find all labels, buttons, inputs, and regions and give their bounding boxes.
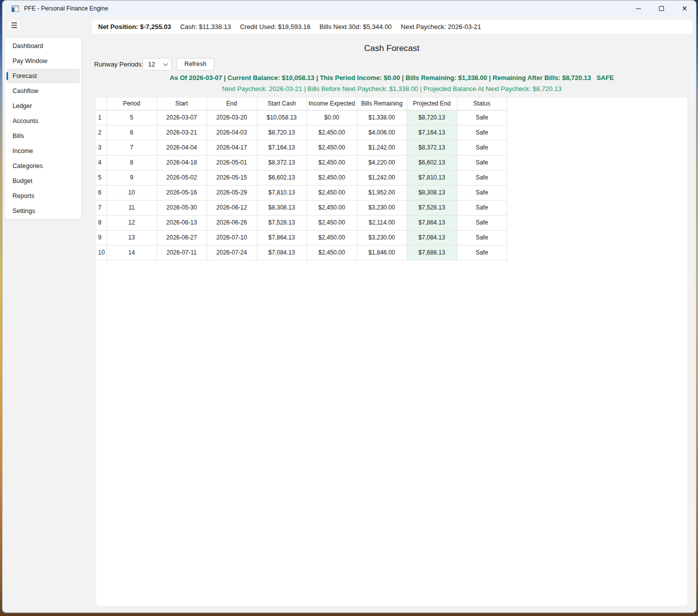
row-number: 3 xyxy=(96,140,107,155)
column-header-bills-remaining[interactable]: Bills Remaining xyxy=(357,98,407,110)
cell-period: 11 xyxy=(107,200,157,215)
sidebar-item-pay-window[interactable]: Pay Window xyxy=(7,54,80,68)
table-row[interactable]: 372026-04-042026-04-17$7,164.13$2,450.00… xyxy=(96,140,507,155)
status-bar: Net Position: $-7,255.03 Cash: $11,338.1… xyxy=(92,20,692,34)
page-title: Cash Forecast xyxy=(96,44,688,54)
sidebar-item-forecast[interactable]: Forecast xyxy=(7,68,80,84)
cell-bills: $1,338.00 xyxy=(357,110,407,125)
table-row[interactable]: 592026-05-022026-05-15$6,602.13$2,450.00… xyxy=(96,170,507,185)
row-number: 9 xyxy=(96,230,107,245)
cell-end: 2026-07-24 xyxy=(207,245,257,260)
cell-bills: $4,006.00 xyxy=(357,125,407,140)
cell-income: $2,450.00 xyxy=(307,125,357,140)
cell-start: 2026-05-02 xyxy=(157,170,207,185)
forecast-grid-panel: PeriodStartEndStart CashIncome ExpectedB… xyxy=(96,97,688,606)
row-number: 4 xyxy=(96,155,107,170)
close-button[interactable]: ✕ xyxy=(673,0,696,16)
cell-start_cash: $7,810.13 xyxy=(257,185,307,200)
table-row[interactable]: 8122026-06-132026-06-26$7,528.13$2,450.0… xyxy=(96,215,507,230)
column-header-period[interactable]: Period xyxy=(107,98,157,110)
row-header-corner xyxy=(96,98,107,110)
column-header-end[interactable]: End xyxy=(207,98,257,110)
cell-income: $2,450.00 xyxy=(307,155,357,170)
column-header-start[interactable]: Start xyxy=(157,98,207,110)
cell-start_cash: $7,084.13 xyxy=(257,245,307,260)
cell-start_cash: $7,864.13 xyxy=(257,230,307,245)
title-bar: PFE - Personal Finance Engine ✕ xyxy=(3,0,696,16)
cell-start: 2026-06-27 xyxy=(157,230,207,245)
maximize-icon xyxy=(659,6,664,11)
sidebar-nav: DashboardPay WindowForecastCashflowLedge… xyxy=(5,37,82,220)
app-window: PFE - Personal Finance Engine ✕ ☰ Net Po… xyxy=(2,0,696,613)
minimize-icon xyxy=(636,8,641,9)
sidebar-item-label: Settings xyxy=(13,208,35,214)
sidebar-item-ledger[interactable]: Ledger xyxy=(7,98,80,114)
cell-projected: $7,164.13 xyxy=(407,125,457,140)
cell-income: $2,450.00 xyxy=(307,230,357,245)
column-header-start-cash[interactable]: Start Cash xyxy=(257,98,307,110)
refresh-button[interactable]: Refresh xyxy=(177,58,214,70)
cell-bills: $2,114.00 xyxy=(357,215,407,230)
sidebar-item-categories[interactable]: Categories xyxy=(7,158,80,174)
cell-start_cash: $8,720.13 xyxy=(257,125,307,140)
cell-start: 2026-06-13 xyxy=(157,215,207,230)
table-row[interactable]: 152026-03-072026-03-20$10,058.13$0.00$1,… xyxy=(96,110,507,125)
cell-status: Safe xyxy=(457,245,507,260)
cell-status: Safe xyxy=(457,110,507,125)
table-row[interactable]: 7112026-05-302026-06-12$8,308.13$2,450.0… xyxy=(96,200,507,215)
selected-indicator xyxy=(7,72,8,80)
sidebar-item-reports[interactable]: Reports xyxy=(7,188,80,204)
runway-periods-label: Runway Periods: xyxy=(94,58,143,70)
sidebar-item-label: Accounts xyxy=(13,118,38,124)
row-number: 1 xyxy=(96,110,107,125)
cell-bills: $1,846.00 xyxy=(357,245,407,260)
sidebar-item-bills[interactable]: Bills xyxy=(7,128,80,144)
forecast-summary-line2: Next Paycheck: 2026-03-21 | Bills Before… xyxy=(96,85,688,92)
cell-start_cash: $8,308.13 xyxy=(257,200,307,215)
cell-bills: $1,952.00 xyxy=(357,185,407,200)
cell-projected: $7,864.13 xyxy=(407,215,457,230)
cell-start: 2026-07-11 xyxy=(157,245,207,260)
app-icon xyxy=(12,6,19,12)
cell-end: 2026-04-03 xyxy=(207,125,257,140)
sidebar-item-accounts[interactable]: Accounts xyxy=(7,114,80,128)
cell-period: 10 xyxy=(107,185,157,200)
table-row[interactable]: 482026-04-182026-05-01$8,372.13$2,450.00… xyxy=(96,155,507,170)
cell-status: Safe xyxy=(457,200,507,215)
cell-income: $0.00 xyxy=(307,110,357,125)
cell-end: 2026-05-15 xyxy=(207,170,257,185)
row-number: 2 xyxy=(96,125,107,140)
cell-start: 2026-05-16 xyxy=(157,185,207,200)
cell-start_cash: $10,058.13 xyxy=(257,110,307,125)
column-header-status[interactable]: Status xyxy=(457,98,507,110)
net-position-status: Net Position: $-7,255.03 xyxy=(98,23,171,30)
cell-end: 2026-07-10 xyxy=(207,230,257,245)
status-item: Next Paycheck: 2026-03-21 xyxy=(401,23,481,30)
minimize-button[interactable] xyxy=(627,0,650,16)
table-row[interactable]: 6102026-05-162026-05-29$7,810.13$2,450.0… xyxy=(96,185,507,200)
sidebar-item-dashboard[interactable]: Dashboard xyxy=(7,38,80,54)
sidebar-item-label: Bills xyxy=(13,132,24,140)
cell-end: 2026-06-26 xyxy=(207,215,257,230)
table-row[interactable]: 10142026-07-112026-07-24$7,084.13$2,450.… xyxy=(96,245,507,260)
cell-end: 2026-03-20 xyxy=(207,110,257,125)
sidebar-item-settings[interactable]: Settings xyxy=(7,204,80,218)
menu-toggle-button[interactable]: ☰ xyxy=(8,20,21,31)
column-header-income-expected[interactable]: Income Expected xyxy=(307,98,357,110)
cell-projected: $8,308.13 xyxy=(407,185,457,200)
row-number: 10 xyxy=(96,245,107,260)
runway-periods-select[interactable]: 12 xyxy=(143,58,172,70)
sidebar-item-label: Dashboard xyxy=(13,42,43,50)
cell-start_cash: $6,602.13 xyxy=(257,170,307,185)
column-header-projected-end[interactable]: Projected End xyxy=(407,98,457,110)
sidebar-item-budget[interactable]: Budget xyxy=(7,174,80,188)
sidebar-item-label: Reports xyxy=(13,192,35,200)
sidebar-item-income[interactable]: Income xyxy=(7,144,80,158)
sidebar-item-label: Pay Window xyxy=(13,58,47,64)
table-row[interactable]: 9132026-06-272026-07-10$7,864.13$2,450.0… xyxy=(96,230,507,245)
maximize-button[interactable] xyxy=(650,0,673,16)
runway-periods-value: 12 xyxy=(148,61,155,68)
table-row[interactable]: 262026-03-212026-04-03$8,720.13$2,450.00… xyxy=(96,125,507,140)
sidebar-item-label: Categories xyxy=(13,162,43,170)
sidebar-item-cashflow[interactable]: Cashflow xyxy=(7,84,80,98)
